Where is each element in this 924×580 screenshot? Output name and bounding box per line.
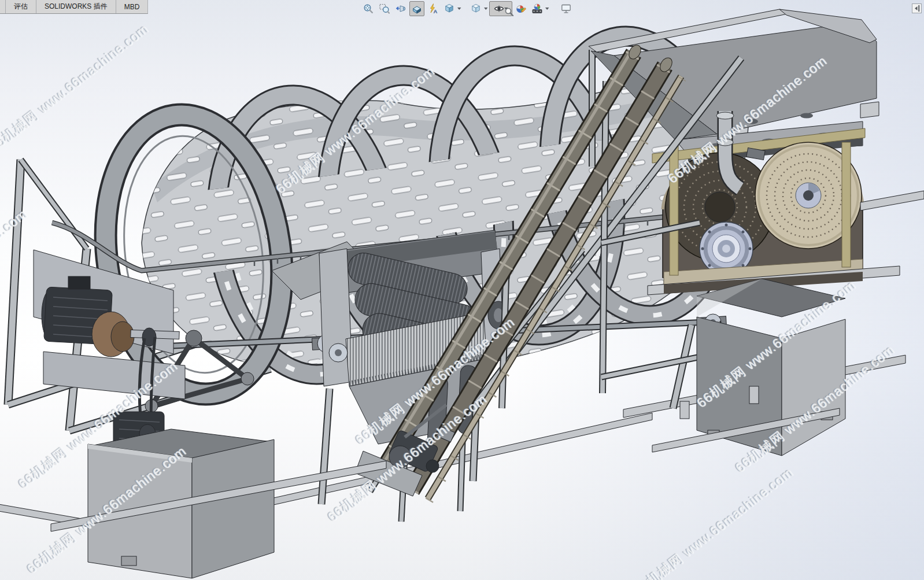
tab-solidworks-addins[interactable]: SOLIDWORKS 插件 <box>36 0 116 13</box>
tab-mbd[interactable]: MBD <box>116 0 148 13</box>
zoom-to-fit-button[interactable] <box>361 1 376 16</box>
shaded-cube-icon <box>470 3 482 14</box>
view-settings-button[interactable] <box>559 1 574 16</box>
apply-scene-button[interactable] <box>530 1 545 16</box>
hide-show-items-button[interactable] <box>489 1 512 16</box>
sectioned-cube-icon <box>411 3 423 14</box>
command-manager-tabs: 评估 SOLIDWORKS 插件 MBD <box>0 0 148 14</box>
taskpane-collapse-button[interactable] <box>912 3 922 13</box>
chevron-down-icon <box>457 8 461 10</box>
display-style-button[interactable] <box>468 1 483 16</box>
right-tank <box>697 279 845 456</box>
magnifier-arrows-icon <box>363 3 374 14</box>
bolt-letter-a-icon: A <box>427 3 439 14</box>
view-back-arrow-icon <box>395 3 406 14</box>
section-view-button[interactable] <box>409 1 424 16</box>
tab-partial[interactable] <box>0 0 5 13</box>
edit-appearance-button[interactable] <box>513 1 528 16</box>
display-style-dropdown[interactable] <box>484 8 488 10</box>
tab-evaluate[interactable]: 评估 <box>5 0 36 13</box>
cube-icon <box>443 3 455 14</box>
hide-show-items-dropdown[interactable] <box>504 8 508 10</box>
magnifier-region-icon <box>379 3 390 14</box>
chevron-down-icon <box>484 8 488 10</box>
view-orientation-dropdown[interactable] <box>457 8 461 10</box>
dynamic-annotation-views-button[interactable]: A <box>426 1 441 16</box>
assembly-model <box>0 0 924 580</box>
view-orientation-button[interactable] <box>442 1 457 16</box>
viewport-3d[interactable]: 66机械网 www.66machine.com 66机械网 www.66mach… <box>0 0 924 580</box>
chevron-down-icon <box>504 8 508 10</box>
zoom-to-area-button[interactable] <box>377 1 392 16</box>
sphere-filmstrip-icon <box>531 3 543 14</box>
collapse-left-arrow-icon <box>912 3 922 13</box>
chevron-down-icon <box>545 8 549 10</box>
application-window: 66机械网 www.66machine.com 66机械网 www.66mach… <box>0 0 924 580</box>
apply-scene-dropdown[interactable] <box>545 8 549 10</box>
monitor-icon <box>560 3 572 14</box>
eye-icon <box>493 3 505 14</box>
svg-text:A: A <box>434 8 438 14</box>
color-sphere-pencil-icon <box>515 3 527 14</box>
previous-view-button[interactable] <box>393 1 408 16</box>
heads-up-toolbar: A <box>361 1 574 16</box>
